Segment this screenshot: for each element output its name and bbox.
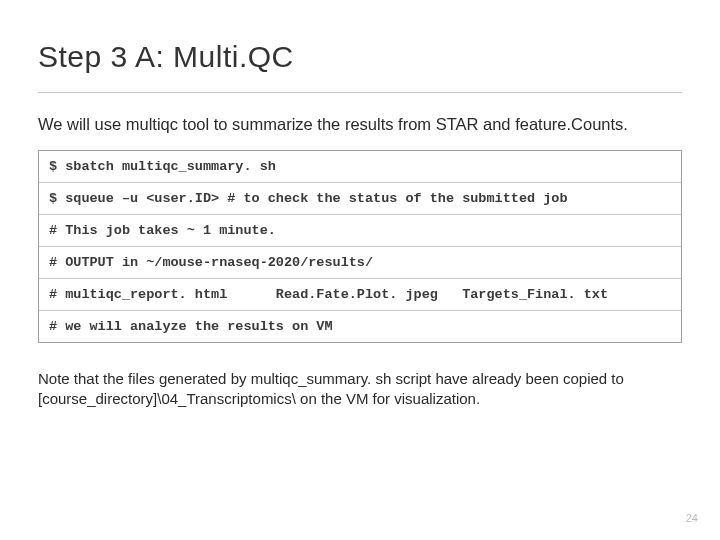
code-line: # multiqc_report. html Read.Fate.Plot. j… bbox=[39, 279, 681, 311]
note-text-post: on the VM for visualization. bbox=[296, 390, 480, 407]
note-text-pre: Note that the files generated by multiqc… bbox=[38, 370, 624, 387]
code-line: # OUTPUT in ~/mouse-rnaseq-2020/results/ bbox=[39, 247, 681, 279]
note-path: [course_directory]\04_Transcriptomics\ bbox=[38, 390, 296, 407]
page-number: 24 bbox=[686, 512, 698, 524]
code-line: # This job takes ~ 1 minute. bbox=[39, 215, 681, 247]
slide-title: Step 3 A: Multi.QC bbox=[38, 40, 682, 93]
code-block: $ sbatch multiqc_summary. sh $ squeue –u… bbox=[38, 150, 682, 343]
code-line: $ sbatch multiqc_summary. sh bbox=[39, 151, 681, 183]
code-line: # we will analyze the results on VM bbox=[39, 311, 681, 342]
intro-text: We will use multiqc tool to summarize th… bbox=[38, 115, 682, 134]
footer-note: Note that the files generated by multiqc… bbox=[38, 369, 682, 410]
code-line: $ squeue –u <user.ID> # to check the sta… bbox=[39, 183, 681, 215]
